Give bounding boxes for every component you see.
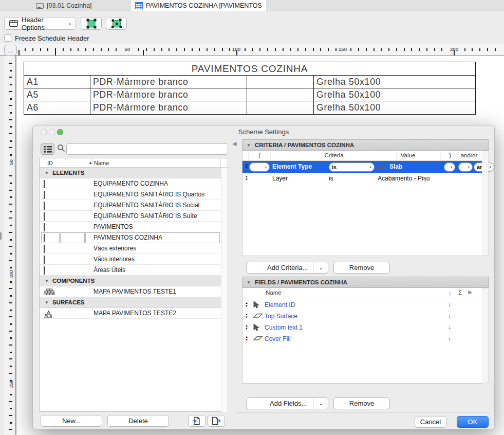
remove-criteria-button[interactable]: Remove: [333, 262, 390, 274]
ruler-tick: [419, 48, 420, 51]
scheme-list-item[interactable]: Vãos interiores: [40, 254, 221, 265]
header-options-button[interactable]: Header Options ›: [4, 17, 76, 30]
field-row[interactable]: ▲▼Cover Fill↓: [242, 333, 482, 345]
schedule-row[interactable]: A1PDR-Mármore brancoGrelha 50x100: [24, 76, 475, 88]
item-name-label: PAVIMENTOS: [94, 223, 133, 230]
new-scheme-button[interactable]: New...: [41, 415, 102, 427]
schedule-row[interactable]: A5PDR-Mármore brancoGrelha 50x100: [24, 88, 475, 101]
close-paren-dropdown[interactable]: ›: [458, 162, 473, 172]
criteria-section-header[interactable]: ▼ CRITERIA / PAVIMENTOS COZINHA: [242, 139, 489, 151]
scheme-list-item[interactable]: EQUIPAMENTO SANITÁRIO IS Suíte: [40, 211, 221, 222]
ruler-tick: [10, 126, 12, 128]
item-id-box[interactable]: [60, 232, 85, 243]
sort-ascending-icon: ▲: [88, 160, 92, 165]
reorder-handle-icon[interactable]: ▲▼: [245, 163, 248, 169]
pane-collapse-icon[interactable]: ◀: [232, 140, 236, 147]
name-column-header[interactable]: Name: [94, 160, 109, 166]
open-paren-dropdown[interactable]: ›: [249, 162, 270, 172]
operator-dropdown[interactable]: is›: [329, 162, 375, 172]
scheme-search-input[interactable]: [66, 143, 228, 155]
item-icon-slot: [44, 213, 45, 220]
tab-03-01-cozinha[interactable]: [03.01 Cozinha]: [32, 0, 96, 11]
fields-column-headers[interactable]: Name ↓ Σ ⚑: [242, 288, 482, 298]
reorder-handle-icon[interactable]: ▲▼: [245, 301, 248, 307]
ruler-major-tick: [55, 50, 56, 56]
list-view-toggle-button[interactable]: [41, 143, 54, 155]
scheme-list-item[interactable]: MAPA PAVIMENTOS TESTE1: [40, 286, 221, 297]
value-icon-slot: [377, 164, 387, 170]
scheme-group-components[interactable]: ▼COMPONENTS: [40, 276, 221, 286]
schedule-empty-cell: [247, 76, 314, 88]
schedule-row[interactable]: A6PDR-Mármore brancoGrelha 50x100: [24, 101, 475, 114]
criteria-row[interactable]: ▲▼LayerisAcabamento - Piso: [242, 173, 482, 185]
ruler-label: 150: [339, 46, 347, 52]
value-picker[interactable]: ›: [444, 162, 455, 172]
ruler-tick: [25, 48, 26, 51]
scheme-list-item[interactable]: PAVIMENTOS: [40, 222, 221, 232]
field-row[interactable]: ▲▼Element ID↓: [242, 299, 482, 311]
reorder-handle-icon[interactable]: ▲▼: [245, 324, 248, 330]
field-row[interactable]: ▲▼Top Surface↓: [242, 311, 482, 322]
ok-button[interactable]: OK: [457, 416, 489, 428]
scheme-group-surfaces[interactable]: ▼SURFACES: [40, 297, 221, 308]
scheme-list-header[interactable]: ID ▲ Name: [40, 158, 228, 168]
ruler-tick: [146, 48, 147, 51]
id-column-header[interactable]: ID: [47, 160, 53, 166]
dialog-titlebar[interactable]: Scheme Settings: [33, 125, 494, 138]
ruler-tick: [9, 401, 12, 402]
cancel-button[interactable]: Cancel: [415, 416, 446, 428]
edit-region-button[interactable]: [106, 17, 127, 30]
scheme-list-item[interactable]: EQUIPAMENTO SANITÁRIO IS Quartos: [40, 189, 221, 200]
vertical-ruler: 50100150: [4, 56, 16, 435]
reorder-handle-icon[interactable]: ▲▼: [245, 335, 248, 341]
ruler-options-button[interactable]: ...: [4, 45, 17, 56]
ruler-tick: [10, 267, 12, 268]
ruler-tick: [9, 77, 12, 78]
criteria-row[interactable]: ▲▼›Element Typeis›Slab››and›: [242, 161, 482, 173]
hatch-fill-icon: [44, 234, 45, 242]
item-name-label: PAVIMENTOS COZINHA: [94, 234, 162, 241]
criteria-scrollbar[interactable]: [482, 151, 489, 256]
ruler-tick: [192, 48, 193, 51]
disclosure-triangle-icon: ▼: [45, 279, 49, 283]
ruler-label: 150: [8, 379, 14, 390]
scheme-list-item[interactable]: PAVIMENTOS COZINHA: [40, 232, 221, 243]
scheme-list-item[interactable]: EQUIPAMENTO SANITÁRIO IS Social: [40, 200, 221, 211]
tab-pavimentos-cozinha[interactable]: PAVIMENTOS COZINHA [PAVIMENTOS C...: [131, 0, 266, 11]
item-icon-slot: [44, 202, 45, 209]
schedule-table[interactable]: PAVIMENTOS COZINHA A1PDR-Mármore brancoG…: [24, 62, 476, 115]
ruler-tick: [10, 408, 12, 409]
import-scheme-button[interactable]: [188, 415, 206, 427]
chevron-right-icon: ›: [490, 164, 491, 170]
schedule-finish-cell: Grelha 50x100: [314, 101, 475, 114]
scheme-list-item[interactable]: Áreas Úteis: [40, 265, 221, 276]
scheme-list-item[interactable]: Vãos exteriores: [40, 243, 221, 254]
reorder-handle-icon[interactable]: ▲▼: [245, 313, 248, 319]
uniform-settings-button[interactable]: [81, 17, 102, 30]
fields-scrollbar[interactable]: [482, 288, 489, 383]
ruler-label: 100: [8, 269, 14, 280]
cursor-icon: [253, 301, 259, 309]
delete-scheme-button[interactable]: Delete: [107, 415, 169, 427]
ruler-tick: [9, 218, 12, 219]
add-criteria-button[interactable]: Add Criteria... ⌄: [246, 262, 328, 274]
reorder-handle-icon[interactable]: ▲▼: [245, 175, 248, 181]
scheme-list-item[interactable]: MAPA PAVIMENTOS TESTE2: [40, 308, 221, 319]
export-scheme-button[interactable]: [208, 415, 225, 427]
fields-section-header[interactable]: ▼ FIELDS / PAVIMENTOS COZINHA: [242, 277, 489, 288]
scheme-group-elements[interactable]: ▼ELEMENTS: [40, 168, 221, 178]
item-name-label: EQUIPAMENTO SANITÁRIO IS Suíte: [94, 212, 197, 220]
criteria-column-headers[interactable]: ( Criteria Value ) and/or: [242, 151, 482, 161]
scheme-list-scrollbar[interactable]: [221, 168, 228, 412]
ruler-tick: [9, 316, 12, 317]
field-row[interactable]: ▲▼Custom text 1↓: [242, 322, 482, 333]
ruler-tick: [9, 232, 12, 233]
ruler-tick: [63, 48, 64, 51]
ruler-tick: [184, 48, 185, 51]
add-fields-button[interactable]: Add Fields... ⌄: [246, 397, 328, 409]
scheme-list-item[interactable]: EQUIPAMENTO COZINHA: [40, 178, 221, 189]
item-name-label: EQUIPAMENTO SANITÁRIO IS Quartos: [94, 191, 204, 198]
ruler-tick: [320, 48, 321, 51]
freeze-schedule-header-checkbox[interactable]: [4, 34, 11, 42]
remove-fields-button[interactable]: Remove: [333, 397, 390, 409]
